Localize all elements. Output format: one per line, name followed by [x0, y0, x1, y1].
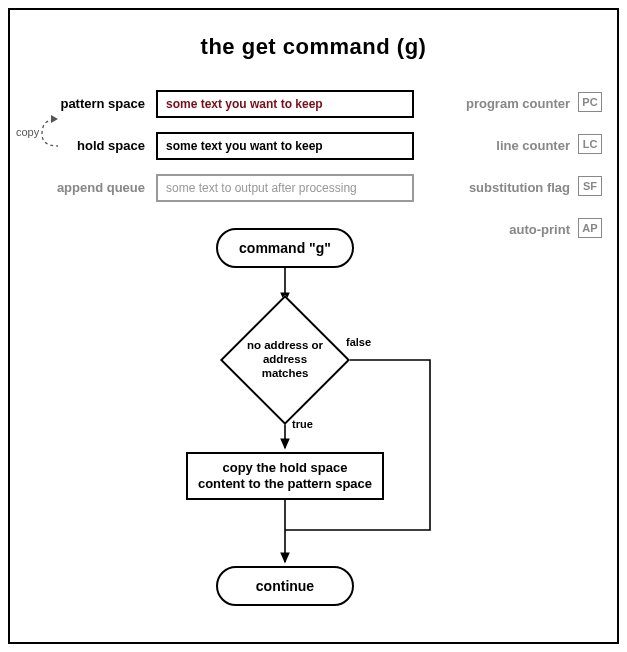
diagram-frame: the get command (g) pattern space hold s…	[8, 8, 619, 644]
program-counter-label: program counter	[420, 96, 570, 111]
flow-true-label: true	[292, 418, 313, 430]
flow-end: continue	[216, 566, 354, 606]
line-counter-code: LC	[578, 134, 602, 154]
flow-false-label: false	[346, 336, 371, 348]
pattern-space-label: pattern space	[10, 96, 145, 111]
hold-space-label: hold space	[10, 138, 145, 153]
hold-space-box: some text you want to keep	[156, 132, 414, 160]
append-queue-box: some text to output after processing	[156, 174, 414, 202]
auto-print-label: auto-print	[420, 222, 570, 237]
pattern-space-box: some text you want to keep	[156, 90, 414, 118]
flow-action: copy the hold space content to the patte…	[186, 452, 384, 500]
substitution-flag-code: SF	[578, 176, 602, 196]
copy-label: copy	[16, 126, 39, 138]
diagram-title: the get command (g)	[10, 34, 617, 60]
auto-print-code: AP	[578, 218, 602, 238]
program-counter-code: PC	[578, 92, 602, 112]
substitution-flag-label: substitution flag	[420, 180, 570, 195]
line-counter-label: line counter	[420, 138, 570, 153]
append-queue-label: append queue	[10, 180, 145, 195]
flow-decision-text: no address or address matches	[239, 314, 331, 406]
flow-start: command "g"	[216, 228, 354, 268]
flow-decision: no address or address matches	[239, 314, 331, 406]
